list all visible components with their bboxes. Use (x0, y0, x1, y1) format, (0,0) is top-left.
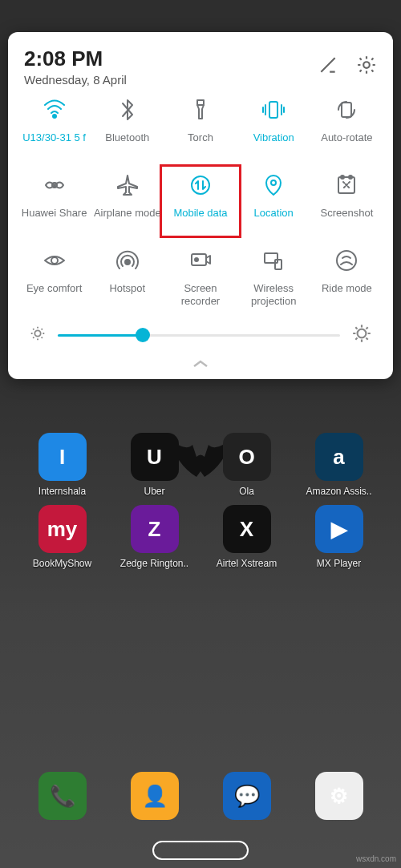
app-label: MX Player (317, 558, 361, 569)
tile-autorotate[interactable]: Auto-rotate (310, 96, 383, 155)
app-Zedge Rington..[interactable]: ZZedge Rington.. (119, 505, 191, 569)
tile-wireless[interactable]: Wireless projection (237, 247, 310, 307)
tile-label: Huawei Share (22, 207, 87, 231)
tile-bluetooth[interactable]: Bluetooth (91, 96, 164, 155)
app-Ola[interactable]: OOla (211, 433, 283, 497)
tiles-grid: U13/30-31 5 fBluetoothTorchVibrationAuto… (18, 96, 383, 307)
tile-location[interactable]: Location (237, 172, 310, 231)
svg-point-19 (337, 251, 356, 270)
clock-time[interactable]: 2:08 PM (24, 46, 127, 71)
tile-label: Bluetooth (105, 131, 149, 155)
tile-screenrec[interactable]: Screen recorder (164, 247, 237, 307)
tile-wifi[interactable]: U13/30-31 5 f (18, 96, 91, 155)
brightness-high-icon (351, 323, 372, 347)
app-dock[interactable]: ⚙ (303, 772, 375, 820)
app-icon: ▶ (315, 505, 363, 553)
tile-label: Auto-rotate (321, 131, 372, 155)
app-icon: a (315, 433, 363, 481)
svg-point-14 (125, 260, 130, 264)
watermark: wsxdn.com (356, 854, 396, 863)
app-dock[interactable]: 📞 (26, 772, 99, 820)
tile-huaweishare[interactable]: Huawei Share (18, 172, 91, 231)
quick-settings-panel: 2:08 PM Wednesday, 8 April U13/30-31 5 f… (8, 32, 393, 379)
tile-label: Mobile data (173, 207, 227, 231)
svg-point-21 (358, 329, 367, 338)
app-Uber[interactable]: UUber (119, 433, 191, 497)
app-icon: my (38, 505, 87, 553)
app-icon: U (131, 433, 179, 481)
svg-point-16 (195, 258, 198, 261)
tile-label: Screenshot (321, 207, 374, 231)
svg-point-11 (341, 176, 344, 179)
app-Amazon Assis..[interactable]: aAmazon Assis.. (303, 433, 375, 497)
tile-torch[interactable]: Torch (164, 96, 237, 155)
app-row-2: myBookMyShowZZedge Rington..XAirtel Xstr… (0, 505, 401, 569)
app-label: Ola (239, 486, 254, 497)
tile-airplane[interactable]: Airplane mode (91, 172, 164, 231)
edit-icon[interactable] (318, 55, 338, 79)
app-label: Internshala (38, 486, 86, 497)
location-icon (260, 172, 287, 199)
eyecomfort-icon (41, 247, 68, 274)
brightness-row (18, 307, 383, 355)
svg-rect-6 (342, 103, 351, 117)
gesture-bar[interactable] (152, 841, 249, 860)
svg-point-20 (34, 331, 40, 337)
tile-label: Location (254, 207, 294, 231)
airplane-icon (114, 172, 141, 199)
huaweishare-icon (41, 172, 68, 199)
panel-header: 2:08 PM Wednesday, 8 April (18, 46, 383, 87)
tile-label: Vibration (253, 131, 294, 155)
app-icon: I (38, 433, 87, 481)
app-icon: 📞 (38, 772, 87, 820)
tile-label: Screen recorder (164, 282, 237, 307)
app-icon: 💬 (223, 772, 271, 820)
app-icon: X (223, 505, 271, 553)
gear-icon[interactable] (356, 55, 377, 79)
wifi-icon (41, 96, 68, 123)
tile-hotspot[interactable]: Hotspot (91, 247, 164, 307)
screenshot-icon (333, 172, 360, 199)
autorotate-icon (333, 96, 360, 123)
svg-point-9 (271, 180, 276, 185)
app-Internshala[interactable]: IInternshala (26, 433, 99, 497)
tile-label: Eye comfort (26, 282, 82, 306)
wireless-icon (260, 247, 287, 274)
app-Airtel Xstream[interactable]: XAirtel Xstream (211, 505, 283, 569)
tile-vibration[interactable]: Vibration (237, 96, 310, 155)
ridemode-icon (333, 247, 360, 274)
app-MX Player[interactable]: ▶MX Player (303, 505, 375, 569)
clock-date[interactable]: Wednesday, 8 April (24, 73, 127, 87)
tile-label: U13/30-31 5 f (22, 131, 86, 155)
app-BookMyShow[interactable]: myBookMyShow (26, 505, 99, 569)
tile-eyecomfort[interactable]: Eye comfort (18, 247, 91, 307)
app-row-1: IInternshalaUUberOOlaaAmazon Assis.. (0, 433, 401, 497)
svg-point-3 (53, 115, 56, 118)
app-dock[interactable]: 💬 (211, 772, 283, 820)
brightness-slider[interactable] (58, 334, 340, 337)
svg-point-13 (51, 257, 58, 264)
app-label: Amazon Assis.. (306, 486, 371, 497)
tile-label: Torch (188, 131, 213, 155)
brightness-low-icon (29, 325, 47, 345)
svg-rect-5 (269, 102, 277, 118)
svg-point-2 (363, 62, 370, 68)
app-dock[interactable]: 👤 (119, 772, 191, 820)
svg-point-8 (192, 176, 209, 194)
hotspot-icon (114, 247, 141, 274)
app-label: Zedge Rington.. (120, 558, 188, 569)
app-icon: ⚙ (315, 772, 363, 820)
tile-ridemode[interactable]: Ride mode (310, 247, 383, 307)
app-label: BookMyShow (33, 558, 91, 569)
tile-label: Airplane mode (94, 207, 161, 231)
app-label: Uber (144, 486, 164, 497)
collapse-handle[interactable] (18, 355, 383, 373)
tile-screenshot[interactable]: Screenshot (310, 172, 383, 231)
bluetooth-icon (114, 96, 141, 123)
tile-label: Hotspot (109, 282, 145, 306)
torch-icon (187, 96, 214, 123)
svg-point-12 (349, 176, 352, 179)
dock-row: 📞👤💬⚙ (0, 772, 401, 820)
screenrec-icon (187, 247, 214, 274)
tile-mobiledata[interactable]: Mobile data (160, 164, 241, 238)
